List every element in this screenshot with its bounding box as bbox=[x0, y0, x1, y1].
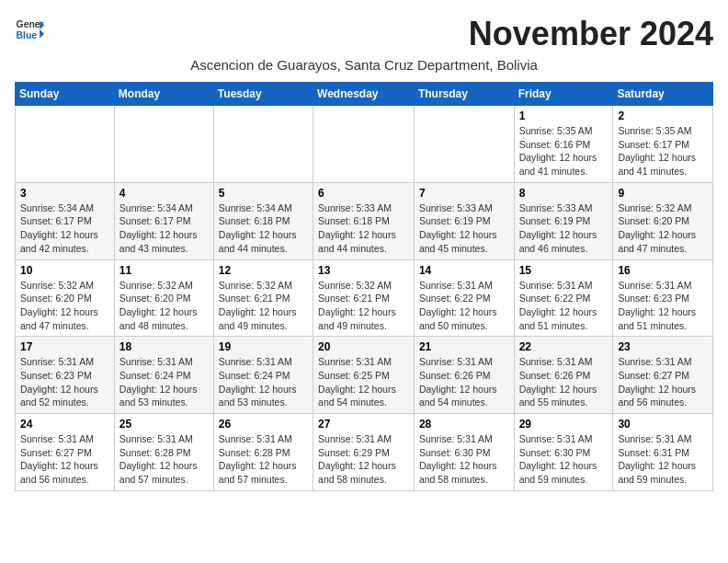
calendar-cell: 22Sunrise: 5:31 AM Sunset: 6:26 PM Dayli… bbox=[514, 337, 613, 414]
day-info: Sunrise: 5:35 AM Sunset: 6:17 PM Dayligh… bbox=[618, 124, 708, 178]
calendar-week-0: 1Sunrise: 5:35 AM Sunset: 6:16 PM Daylig… bbox=[16, 106, 713, 183]
weekday-tuesday: Tuesday bbox=[213, 83, 313, 106]
calendar-cell: 16Sunrise: 5:31 AM Sunset: 6:23 PM Dayli… bbox=[613, 259, 713, 337]
day-number: 23 bbox=[618, 340, 708, 353]
day-info: Sunrise: 5:32 AM Sunset: 6:20 PM Dayligh… bbox=[20, 279, 109, 333]
day-info: Sunrise: 5:32 AM Sunset: 6:20 PM Dayligh… bbox=[618, 201, 708, 256]
day-number: 13 bbox=[318, 264, 409, 277]
day-number: 30 bbox=[618, 418, 708, 431]
calendar: SundayMondayTuesdayWednesdayThursdayFrid… bbox=[15, 82, 713, 491]
day-number: 8 bbox=[519, 187, 609, 200]
day-info: Sunrise: 5:31 AM Sunset: 6:27 PM Dayligh… bbox=[20, 432, 109, 487]
day-number: 21 bbox=[419, 340, 509, 353]
month-title: November 2024 bbox=[469, 15, 713, 53]
day-info: Sunrise: 5:33 AM Sunset: 6:18 PM Dayligh… bbox=[318, 201, 409, 256]
subtitle: Ascencion de Guarayos, Santa Cruz Depart… bbox=[15, 57, 713, 73]
calendar-cell: 10Sunrise: 5:32 AM Sunset: 6:20 PM Dayli… bbox=[16, 259, 115, 337]
weekday-wednesday: Wednesday bbox=[313, 83, 415, 106]
calendar-week-2: 10Sunrise: 5:32 AM Sunset: 6:20 PM Dayli… bbox=[16, 259, 713, 337]
weekday-saturday: Saturday bbox=[613, 83, 713, 106]
calendar-cell: 4Sunrise: 5:34 AM Sunset: 6:17 PM Daylig… bbox=[114, 182, 213, 259]
weekday-sunday: Sunday bbox=[16, 83, 115, 106]
day-number: 28 bbox=[419, 418, 509, 431]
calendar-cell: 5Sunrise: 5:34 AM Sunset: 6:18 PM Daylig… bbox=[213, 182, 313, 259]
day-info: Sunrise: 5:31 AM Sunset: 6:26 PM Dayligh… bbox=[419, 355, 509, 409]
calendar-cell: 21Sunrise: 5:31 AM Sunset: 6:26 PM Dayli… bbox=[414, 337, 514, 414]
day-number: 11 bbox=[119, 264, 209, 277]
day-info: Sunrise: 5:31 AM Sunset: 6:26 PM Dayligh… bbox=[519, 355, 609, 409]
calendar-cell: 2Sunrise: 5:35 AM Sunset: 6:17 PM Daylig… bbox=[613, 106, 713, 183]
day-number: 29 bbox=[519, 418, 609, 431]
day-number: 5 bbox=[219, 187, 308, 200]
weekday-thursday: Thursday bbox=[414, 83, 514, 106]
day-info: Sunrise: 5:32 AM Sunset: 6:21 PM Dayligh… bbox=[219, 279, 308, 333]
day-info: Sunrise: 5:33 AM Sunset: 6:19 PM Dayligh… bbox=[519, 201, 609, 256]
day-number: 3 bbox=[20, 187, 109, 200]
calendar-cell: 30Sunrise: 5:31 AM Sunset: 6:31 PM Dayli… bbox=[613, 414, 713, 491]
day-number: 20 bbox=[318, 340, 409, 353]
day-number: 1 bbox=[519, 109, 609, 122]
day-info: Sunrise: 5:31 AM Sunset: 6:30 PM Dayligh… bbox=[519, 432, 609, 487]
calendar-cell: 29Sunrise: 5:31 AM Sunset: 6:30 PM Dayli… bbox=[514, 414, 613, 491]
calendar-cell: 9Sunrise: 5:32 AM Sunset: 6:20 PM Daylig… bbox=[613, 182, 713, 259]
calendar-cell: 1Sunrise: 5:35 AM Sunset: 6:16 PM Daylig… bbox=[514, 106, 613, 183]
calendar-cell: 23Sunrise: 5:31 AM Sunset: 6:27 PM Dayli… bbox=[613, 337, 713, 414]
day-info: Sunrise: 5:31 AM Sunset: 6:25 PM Dayligh… bbox=[318, 355, 409, 409]
weekday-header: SundayMondayTuesdayWednesdayThursdayFrid… bbox=[16, 83, 713, 106]
day-number: 27 bbox=[318, 418, 409, 431]
day-number: 22 bbox=[519, 340, 609, 353]
day-number: 26 bbox=[219, 418, 308, 431]
day-info: Sunrise: 5:31 AM Sunset: 6:28 PM Dayligh… bbox=[219, 432, 308, 487]
day-info: Sunrise: 5:34 AM Sunset: 6:17 PM Dayligh… bbox=[119, 201, 209, 256]
day-number: 10 bbox=[20, 264, 109, 277]
day-info: Sunrise: 5:32 AM Sunset: 6:20 PM Dayligh… bbox=[119, 279, 209, 333]
day-number: 15 bbox=[519, 264, 609, 277]
calendar-cell: 12Sunrise: 5:32 AM Sunset: 6:21 PM Dayli… bbox=[213, 259, 313, 337]
calendar-cell: 15Sunrise: 5:31 AM Sunset: 6:22 PM Dayli… bbox=[514, 259, 613, 337]
calendar-week-1: 3Sunrise: 5:34 AM Sunset: 6:17 PM Daylig… bbox=[16, 182, 713, 259]
day-info: Sunrise: 5:32 AM Sunset: 6:21 PM Dayligh… bbox=[318, 279, 409, 333]
calendar-cell bbox=[16, 106, 115, 183]
day-info: Sunrise: 5:31 AM Sunset: 6:23 PM Dayligh… bbox=[20, 355, 109, 409]
day-number: 18 bbox=[119, 340, 209, 353]
day-info: Sunrise: 5:31 AM Sunset: 6:30 PM Dayligh… bbox=[419, 432, 509, 487]
day-number: 19 bbox=[219, 340, 308, 353]
day-info: Sunrise: 5:34 AM Sunset: 6:18 PM Dayligh… bbox=[219, 201, 308, 256]
day-info: Sunrise: 5:31 AM Sunset: 6:29 PM Dayligh… bbox=[318, 432, 409, 487]
weekday-friday: Friday bbox=[514, 83, 613, 106]
calendar-cell bbox=[114, 106, 213, 183]
calendar-cell: 28Sunrise: 5:31 AM Sunset: 6:30 PM Dayli… bbox=[414, 414, 514, 491]
day-number: 7 bbox=[419, 187, 509, 200]
calendar-cell: 8Sunrise: 5:33 AM Sunset: 6:19 PM Daylig… bbox=[514, 182, 613, 259]
calendar-cell bbox=[313, 106, 415, 183]
day-info: Sunrise: 5:31 AM Sunset: 6:24 PM Dayligh… bbox=[119, 355, 209, 409]
calendar-cell: 25Sunrise: 5:31 AM Sunset: 6:28 PM Dayli… bbox=[114, 414, 213, 491]
calendar-body: 1Sunrise: 5:35 AM Sunset: 6:16 PM Daylig… bbox=[16, 106, 713, 491]
calendar-cell: 7Sunrise: 5:33 AM Sunset: 6:19 PM Daylig… bbox=[414, 182, 514, 259]
day-number: 2 bbox=[618, 109, 708, 122]
calendar-cell bbox=[414, 106, 514, 183]
calendar-cell: 27Sunrise: 5:31 AM Sunset: 6:29 PM Dayli… bbox=[313, 414, 415, 491]
calendar-cell: 20Sunrise: 5:31 AM Sunset: 6:25 PM Dayli… bbox=[313, 337, 415, 414]
calendar-cell: 18Sunrise: 5:31 AM Sunset: 6:24 PM Dayli… bbox=[114, 337, 213, 414]
calendar-cell: 17Sunrise: 5:31 AM Sunset: 6:23 PM Dayli… bbox=[16, 337, 115, 414]
day-number: 25 bbox=[119, 418, 209, 431]
calendar-week-3: 17Sunrise: 5:31 AM Sunset: 6:23 PM Dayli… bbox=[16, 337, 713, 414]
logo-icon: General Blue bbox=[15, 15, 44, 44]
calendar-week-4: 24Sunrise: 5:31 AM Sunset: 6:27 PM Dayli… bbox=[16, 414, 713, 491]
day-number: 6 bbox=[318, 187, 409, 200]
calendar-cell: 26Sunrise: 5:31 AM Sunset: 6:28 PM Dayli… bbox=[213, 414, 313, 491]
day-info: Sunrise: 5:35 AM Sunset: 6:16 PM Dayligh… bbox=[519, 124, 609, 178]
day-number: 9 bbox=[618, 187, 708, 200]
svg-text:Blue: Blue bbox=[17, 30, 38, 40]
day-number: 14 bbox=[419, 264, 509, 277]
logo: General Blue bbox=[15, 15, 44, 44]
day-number: 16 bbox=[618, 264, 708, 277]
day-info: Sunrise: 5:31 AM Sunset: 6:28 PM Dayligh… bbox=[119, 432, 209, 487]
day-number: 4 bbox=[119, 187, 209, 200]
day-info: Sunrise: 5:33 AM Sunset: 6:19 PM Dayligh… bbox=[419, 201, 509, 256]
calendar-cell: 3Sunrise: 5:34 AM Sunset: 6:17 PM Daylig… bbox=[16, 182, 115, 259]
calendar-cell: 11Sunrise: 5:32 AM Sunset: 6:20 PM Dayli… bbox=[114, 259, 213, 337]
day-info: Sunrise: 5:31 AM Sunset: 6:24 PM Dayligh… bbox=[219, 355, 308, 409]
day-info: Sunrise: 5:31 AM Sunset: 6:22 PM Dayligh… bbox=[519, 279, 609, 333]
